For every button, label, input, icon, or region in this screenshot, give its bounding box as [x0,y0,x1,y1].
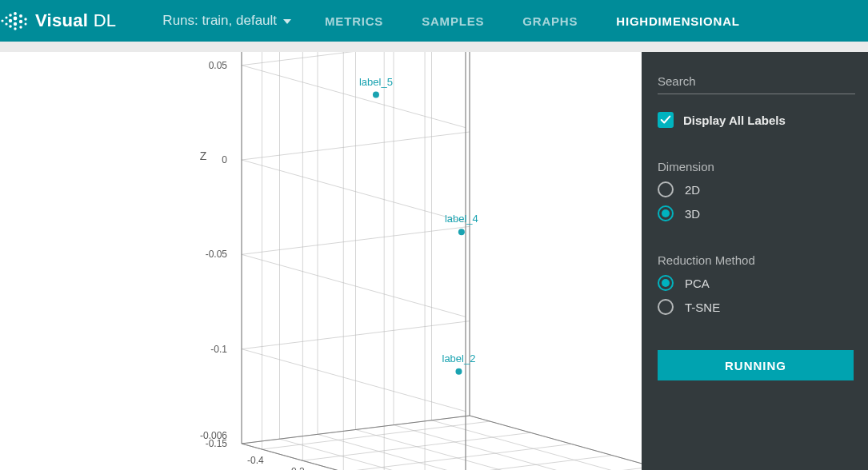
running-button[interactable]: RUNNING [658,350,854,380]
svg-line-49 [242,349,466,412]
brand-name-thin: DL [88,10,116,30]
tab-samples[interactable]: SAMPLES [422,14,484,28]
nav-tabs: METRICS SAMPLES GRAPHS HIGHDIMENSIONAL [325,14,740,28]
svg-line-22 [280,439,504,470]
svg-point-8 [14,22,17,26]
brand-logo: Visual DL [0,10,116,32]
svg-line-26 [432,420,642,470]
radio-pca[interactable]: PCA [658,275,860,291]
search-field-wrap [658,74,855,94]
svg-point-0 [1,19,3,22]
running-button-label: RUNNING [725,359,786,372]
radio-3d-label: 3D [685,207,700,221]
radio-2d[interactable]: 2D [658,181,860,197]
svg-point-5 [9,25,12,28]
brand-name-bold: Visual [35,10,88,30]
runs-dropdown[interactable]: Runs: train, default [162,13,291,29]
reduction-section-title: Reduction Method [658,253,860,267]
svg-point-13 [24,18,26,20]
svg-point-93 [455,368,462,375]
svg-line-52 [242,66,466,128]
svg-point-6 [14,12,17,15]
svg-point-9 [14,27,16,30]
logo-dots-icon [0,10,30,32]
svg-text:-0.006: -0.006 [200,430,227,441]
tab-graphs[interactable]: GRAPHS [522,14,578,28]
chevron-down-icon [283,19,291,24]
svg-text:0: 0 [222,154,227,165]
svg-text:label_2: label_2 [442,352,476,364]
svg-point-7 [14,17,18,21]
tab-highdimensional[interactable]: HIGHDIMENSIONAL [616,14,740,28]
checkbox-checked-icon [658,112,674,128]
svg-text:-0.2: -0.2 [288,466,305,470]
svg-point-10 [19,14,22,18]
svg-text:-0.4: -0.4 [247,455,264,466]
svg-point-4 [9,19,12,22]
svg-line-57 [470,416,642,470]
svg-text:label_5: label_5 [359,76,393,88]
plot-canvas[interactable]: -0.15-0.1-0.0500.050.10.15-0.006-0.4-0.2… [0,52,642,470]
svg-point-12 [19,26,22,28]
radio-3d[interactable]: 3D [658,205,860,221]
display-all-labels-toggle[interactable]: Display All Labels [658,112,860,128]
svg-point-14 [25,23,27,26]
svg-text:-0.1: -0.1 [210,344,227,355]
top-navbar: Visual DL Runs: train, default METRICS S… [0,0,868,42]
svg-line-27 [470,416,642,470]
display-all-labels-text: Display All Labels [683,114,786,127]
dimension-section-title: Dimension [658,160,860,173]
svg-line-51 [242,160,466,222]
svg-point-1 [5,16,7,18]
svg-text:label_4: label_4 [445,213,478,225]
svg-point-2 [5,22,7,25]
brand-name: Visual DL [35,10,116,31]
radio-tsne[interactable]: T-SNE [658,299,860,315]
radio-icon [658,275,674,291]
radio-2d-label: 2D [685,183,700,197]
tab-metrics[interactable]: METRICS [325,14,383,28]
svg-text:Z: Z [200,149,207,162]
svg-point-3 [9,14,12,17]
radio-pca-label: PCA [685,277,710,290]
sidebar: Display All Labels Dimension 2D 3D Reduc… [642,52,868,470]
svg-point-97 [458,229,465,235]
radio-icon [658,181,674,197]
svg-line-23 [318,434,542,470]
radio-tsne-label: T-SNE [685,301,720,314]
svg-text:-0.05: -0.05 [206,249,228,260]
radio-icon [658,299,674,315]
search-input[interactable] [658,74,855,88]
svg-point-11 [19,20,22,23]
scatter-3d-plot: -0.15-0.1-0.0500.050.10.15-0.006-0.4-0.2… [0,52,642,470]
svg-line-50 [242,254,466,317]
sub-toolbar-strip [0,42,868,52]
runs-label: Runs: train, default [162,13,277,29]
svg-text:0.05: 0.05 [209,60,228,71]
svg-point-99 [373,92,379,98]
radio-icon [658,205,674,221]
